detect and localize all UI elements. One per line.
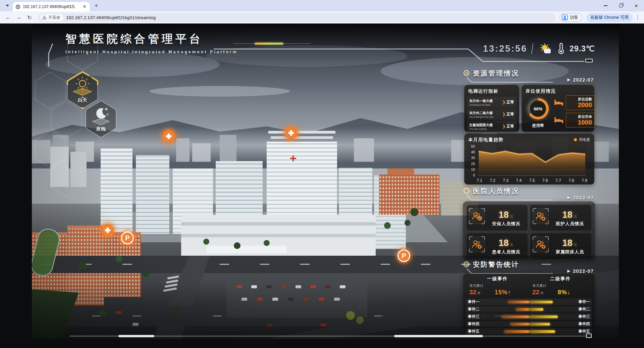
personnel-count: 18 (562, 238, 572, 248)
resource-section-header: 资源管理情况 ▶2022-07 (462, 69, 595, 85)
medical-cross-icon (288, 130, 294, 136)
tab-search-button[interactable] (3, 1, 12, 10)
level1-bar (501, 315, 529, 318)
bed-stat-box: 床位总数 2000 (566, 95, 595, 110)
security-chip[interactable]: 不安全 (40, 14, 63, 21)
building-name: 东方向二栋大楼 (469, 111, 493, 115)
personnel-icon-frame (533, 208, 548, 224)
minimize-button[interactable] (598, 0, 613, 11)
night-mode-label: 夜晚 (85, 126, 117, 132)
personnel-card: 18 名 家属陪床人员 (530, 233, 591, 259)
level2-count: 22 (532, 289, 539, 296)
maximize-button[interactable] (613, 0, 629, 11)
building-name: 东方向一栋大楼 (469, 99, 493, 103)
date-arrow-icon: ▶ (567, 195, 570, 200)
forward-button[interactable]: → (14, 13, 23, 22)
personnel-section-date: ▶2022-07 (567, 195, 594, 200)
level1-cum-label: 本月累计 (469, 284, 526, 288)
level1-bar (510, 323, 529, 326)
hospital-marker[interactable] (285, 127, 298, 139)
parking-marker[interactable]: P (397, 249, 410, 262)
parking-marker[interactable]: P (121, 232, 134, 244)
x-tick-label: 7.4 (516, 178, 522, 183)
bed-stat-value: 1000 (568, 119, 592, 126)
tab-close-button[interactable]: ✕ (82, 4, 87, 9)
security-staff-icon (471, 210, 483, 222)
parking-icon: P (125, 234, 129, 242)
bed-stat: 床位空余 1000 (554, 113, 595, 128)
personnel-count: 18 (562, 210, 572, 220)
chevron-right-icon: ❯ (502, 112, 505, 116)
y-axis-ticks: 50403020100 (467, 145, 477, 177)
event-tornado-chart: 事件一 事件一 事件二 事件二 事件三 (466, 299, 592, 335)
patient-staff-icon (471, 239, 483, 250)
scrubber-handle[interactable] (586, 334, 592, 338)
reload-button[interactable]: ↻ (25, 13, 34, 22)
level2-bar (529, 308, 543, 311)
section-underline (466, 195, 553, 201)
tab-title: 192.167.2.137:49409/upiif1f1 (23, 4, 79, 9)
event-label-right: 事件五 (575, 329, 590, 334)
new-tab-button[interactable]: + (92, 1, 101, 10)
personnel-label: 家属陪床人员 (556, 249, 584, 255)
bed-stat-value: 2000 (568, 102, 592, 108)
x-tick-label: 7.5 (529, 178, 535, 183)
section-bullet-icon (464, 188, 469, 194)
scrubber-segment[interactable] (394, 335, 483, 337)
event-label-right: 事件四 (575, 321, 590, 327)
security-label: 不安全 (48, 15, 60, 20)
address-bar[interactable]: 不安全 192.167.2.137:49409/upiif1f1kg01/str… (38, 13, 555, 22)
hospital-marker[interactable] (101, 224, 114, 237)
building-name: 主建筑医院大楼 (469, 123, 493, 128)
scrubber-segment[interactable] (118, 335, 154, 337)
back-button[interactable]: ← (3, 13, 13, 22)
level2-stats: 二级事件 本月累计 22 件 8%↓ (529, 276, 592, 296)
event-row: 事件一 事件一 (466, 299, 592, 305)
personnel-unit: 名 (510, 214, 514, 219)
guest-avatar-icon (562, 14, 568, 20)
level2-bar (529, 330, 555, 333)
menu-dots-button[interactable]: ⋮ (635, 13, 641, 22)
resource-section-date: ▶2022-07 (567, 77, 594, 83)
x-tick-label: 7.6 (542, 178, 548, 183)
level2-unit: 件 (540, 291, 544, 296)
personnel-icon-frame (469, 208, 485, 224)
dashboard-content: 智慧医院综合管理平台 Intelligent Hospital Integrat… (0, 23, 644, 348)
event-label-left: 事件五 (468, 329, 483, 334)
personnel-label: 安保人员情况 (492, 221, 520, 227)
level2-bar-track (529, 323, 575, 326)
personnel-icon-frame (469, 237, 485, 252)
warning-triangle-icon (42, 15, 47, 19)
x-axis-labels: 7.17.27.37.47.57.67.77.87.9 (477, 178, 587, 183)
event-row: 事件五 事件五 (466, 328, 592, 335)
hospital-marker[interactable] (162, 130, 175, 143)
parking-icon: P (401, 252, 406, 260)
level1-count: 32 (469, 289, 476, 296)
personnel-card: 18 名 安保人员情况 (467, 205, 528, 231)
security-stats-panel: 一级事件 本月累计 32 件 15%↑ 二级事件 本月累计 22 (463, 274, 595, 331)
personnel-unit: 名 (574, 242, 578, 248)
y-tick-label: 0 (473, 173, 475, 177)
city-3d-viewport[interactable]: 智慧医院综合管理平台 Intelligent Hospital Integrat… (32, 24, 619, 339)
x-tick-label: 7.2 (490, 178, 495, 183)
event-row: 事件四 事件四 (466, 321, 592, 327)
browser-tab[interactable]: 192.167.2.137:49409/upiif1f1 ✕ (13, 2, 90, 11)
personnel-section-header: 医院人员情况 ▶2022-07 (462, 187, 595, 203)
close-window-button[interactable]: ✕ (629, 0, 644, 11)
update-chrome-chip[interactable]: 有新版 Chrome 可用 (586, 13, 633, 22)
night-mode-button[interactable]: 夜晚 (85, 100, 117, 139)
x-tick-label: 7.9 (582, 178, 587, 183)
up-arrow-icon: ↑ (508, 289, 511, 296)
x-tick-label: 7.7 (555, 178, 561, 183)
level1-bar (516, 308, 529, 311)
profile-chip[interactable]: 访客 (559, 13, 582, 22)
level1-change: 15%↑ (495, 289, 511, 296)
page-subtitle: Intelligent Hospital Integrated Manageme… (65, 50, 238, 54)
event-label-left: 事件三 (468, 314, 483, 319)
level2-bar-track (529, 308, 575, 311)
personnel-icon-frame (533, 237, 548, 252)
level2-title: 二级事件 (532, 276, 589, 282)
bed-stat-box: 床位空余 1000 (566, 113, 595, 128)
bed-usage-panel: 床位使用情况 66% 使用率 (522, 85, 594, 132)
elevator-status: 正常 (506, 112, 514, 117)
